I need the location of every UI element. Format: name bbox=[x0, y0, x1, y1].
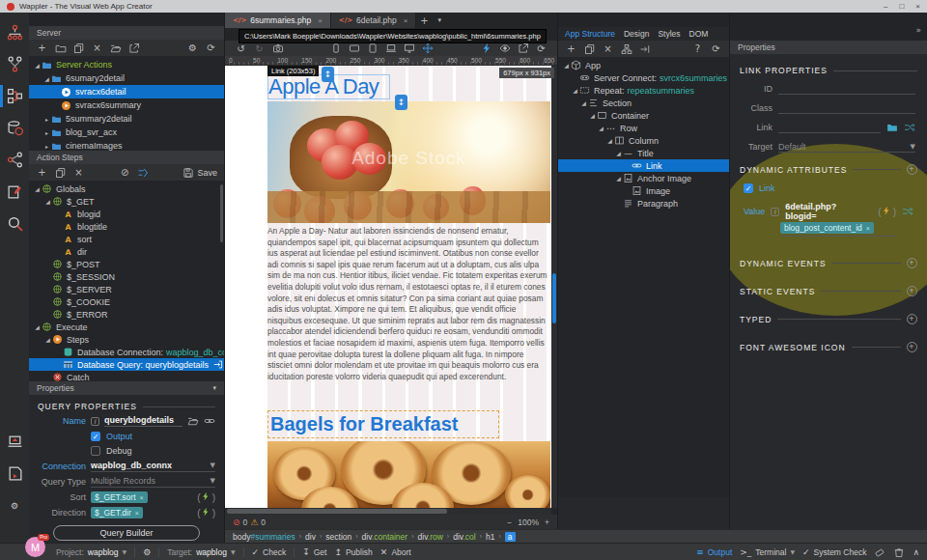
tab-dom[interactable]: DOM bbox=[689, 29, 709, 39]
close-tab-icon[interactable]: × bbox=[404, 16, 408, 25]
clear-button[interactable] bbox=[874, 546, 885, 558]
tree-item-column[interactable]: ◢Column bbox=[558, 134, 729, 147]
get-button[interactable]: ↧Get bbox=[302, 547, 326, 557]
tree-item-blogid[interactable]: Ablogid bbox=[29, 208, 224, 220]
add-dynamic-attribute-button[interactable]: + bbox=[907, 164, 917, 175]
target-select[interactable]: Default▼ bbox=[778, 141, 915, 153]
rail-api-connector-button[interactable] bbox=[0, 144, 29, 176]
insert-after-button[interactable] bbox=[638, 42, 651, 55]
second-heading-link[interactable]: Bagels for Breakfast bbox=[267, 410, 499, 438]
add-font-awesome-button[interactable]: + bbox=[907, 342, 917, 352]
output-toggle[interactable]: ≡Output bbox=[696, 547, 732, 557]
rail-site-manager-button[interactable] bbox=[0, 16, 29, 48]
rail-server-connect-button[interactable] bbox=[0, 80, 29, 112]
copy-button[interactable] bbox=[583, 42, 596, 55]
tree-item-5summary2detail[interactable]: ▸5summary2detail bbox=[29, 112, 224, 126]
phone-button[interactable] bbox=[330, 42, 343, 55]
expand-toggle-icon[interactable]: ◢ bbox=[42, 75, 51, 82]
open-folder-button[interactable] bbox=[109, 42, 122, 54]
rail-databases-button[interactable] bbox=[0, 112, 29, 144]
dynamic-value-input[interactable]: 6detail.php?blogid= bbox=[785, 202, 866, 221]
rail-workflows-button[interactable] bbox=[0, 48, 29, 80]
dynamic-link-checkbox[interactable]: ✓ bbox=[744, 183, 753, 193]
add-dynamic-event-button[interactable]: + bbox=[907, 258, 917, 268]
close-button[interactable]: × bbox=[915, 2, 920, 11]
expand-toggle-icon[interactable]: ▸ bbox=[42, 143, 51, 150]
add-typed-button[interactable]: + bbox=[907, 314, 917, 324]
add-button[interactable]: + bbox=[565, 42, 577, 55]
publish-button[interactable]: ↥Publish bbox=[334, 547, 372, 557]
rail-find-button[interactable] bbox=[0, 208, 29, 239]
tab-list-button[interactable]: ▾ bbox=[432, 13, 447, 28]
breadcrumb-a[interactable]: a bbox=[505, 532, 516, 542]
tablet-landscape-button[interactable] bbox=[349, 42, 361, 55]
tree-item-anchor-image[interactable]: ◢Anchor Image bbox=[558, 172, 729, 184]
expand-toggle-icon[interactable]: ◢ bbox=[597, 125, 605, 131]
breadcrumb-div[interactable]: div bbox=[305, 532, 316, 542]
breadcrumb-div[interactable]: div.row bbox=[418, 532, 443, 542]
open-folder-icon[interactable] bbox=[187, 415, 199, 427]
new-tab-button[interactable]: + bbox=[416, 13, 432, 28]
tab-styles[interactable]: Styles bbox=[658, 29, 680, 39]
breadcrumb-section[interactable]: section bbox=[325, 532, 351, 542]
tree-item-steps[interactable]: ◢Steps bbox=[29, 333, 224, 346]
redo-button[interactable]: ↻ bbox=[253, 42, 266, 55]
expand-toggle-icon[interactable]: ◢ bbox=[33, 62, 42, 69]
terminal-toggle[interactable]: >_Terminal▼ bbox=[740, 547, 795, 557]
abort-button[interactable]: ✕Abort bbox=[380, 547, 411, 557]
bolt-button[interactable] bbox=[480, 42, 492, 55]
sort-dynamic-button[interactable]: () bbox=[197, 491, 215, 503]
tab-app-structure[interactable]: App Structure bbox=[565, 29, 615, 39]
apples-image[interactable]: Adobe Stock bbox=[267, 101, 550, 223]
tree-item-server-connect[interactable]: Server Connect: svrcx6summaries bbox=[558, 71, 729, 84]
expand-toggle-icon[interactable]: ◢ bbox=[33, 323, 42, 330]
link-icon[interactable] bbox=[204, 415, 215, 427]
refresh-button[interactable]: ⟳ bbox=[205, 42, 217, 54]
tablet-portrait-button[interactable] bbox=[367, 42, 379, 55]
tree-item-repeat[interactable]: ◢Repeat: repeatsummaries bbox=[558, 84, 729, 97]
delete-button[interactable]: × bbox=[602, 42, 614, 55]
tree-item-blogtitle[interactable]: Ablogtitle bbox=[29, 220, 224, 233]
tree-item-paragraph[interactable]: Paragraph bbox=[558, 197, 729, 210]
expand-panel-button[interactable]: ∧ bbox=[913, 547, 919, 557]
folder-button[interactable] bbox=[54, 42, 67, 54]
shuffle-icon[interactable] bbox=[904, 122, 915, 133]
tree-item-error[interactable]: $_ERROR bbox=[29, 308, 224, 321]
debug-checkbox[interactable] bbox=[91, 446, 100, 456]
bagels-image[interactable] bbox=[267, 441, 550, 508]
tree-item-get[interactable]: ◢$_GET bbox=[29, 195, 224, 208]
expand-toggle-icon[interactable]: ▸ bbox=[42, 116, 51, 123]
copy-button[interactable] bbox=[72, 42, 85, 54]
tree-item-execute[interactable]: ◢Execute bbox=[29, 321, 224, 333]
project-selector[interactable]: Project: wapblog ▼ bbox=[56, 547, 126, 557]
tree-item-sort[interactable]: Asort bbox=[29, 233, 224, 245]
direction-dynamic-button[interactable]: () bbox=[197, 507, 215, 518]
close-tab-icon[interactable]: × bbox=[318, 16, 323, 25]
tree-item-6sumary2detail[interactable]: ◢6sumary2detail bbox=[29, 71, 224, 85]
refresh-button[interactable]: ⟳ bbox=[710, 42, 722, 55]
add-button[interactable]: + bbox=[36, 42, 48, 54]
expand-toggle-icon[interactable]: ◢ bbox=[571, 87, 579, 94]
trash-button[interactable] bbox=[893, 546, 905, 558]
share-button[interactable] bbox=[127, 42, 140, 54]
tree-item-database-connection[interactable]: Database Connection: wapblog_db_connx bbox=[29, 346, 224, 358]
maximize-button[interactable]: □ bbox=[899, 2, 904, 11]
project-settings-button[interactable]: ⚙ bbox=[143, 547, 151, 557]
tree-item-post[interactable]: $_POST bbox=[29, 258, 224, 270]
rail-publish-button[interactable] bbox=[0, 426, 29, 458]
minimize-button[interactable]: – bbox=[884, 2, 887, 11]
rail-docs-button[interactable] bbox=[0, 458, 29, 490]
drag-handle[interactable]: ↕ bbox=[395, 95, 407, 110]
expand-toggle-icon[interactable]: ◢ bbox=[33, 185, 42, 192]
laptop-button[interactable] bbox=[385, 42, 398, 55]
query-builder-button[interactable]: Query Builder bbox=[53, 525, 200, 541]
panel-scrollbar[interactable] bbox=[220, 184, 223, 242]
value-token[interactable]: blog_post_content_id× bbox=[780, 222, 874, 234]
share-button[interactable] bbox=[517, 42, 529, 55]
tree-item-row[interactable]: ◢⋯Row bbox=[558, 122, 729, 134]
flow-button[interactable] bbox=[137, 166, 150, 179]
eye-button[interactable] bbox=[498, 42, 511, 55]
collapse-chevron-icon[interactable]: ▾ bbox=[212, 381, 216, 395]
design-canvas[interactable]: Link (203x53) Apple A Day ↕ Adobe Stock bbox=[225, 66, 551, 508]
tree-item-image[interactable]: Image bbox=[558, 184, 729, 197]
